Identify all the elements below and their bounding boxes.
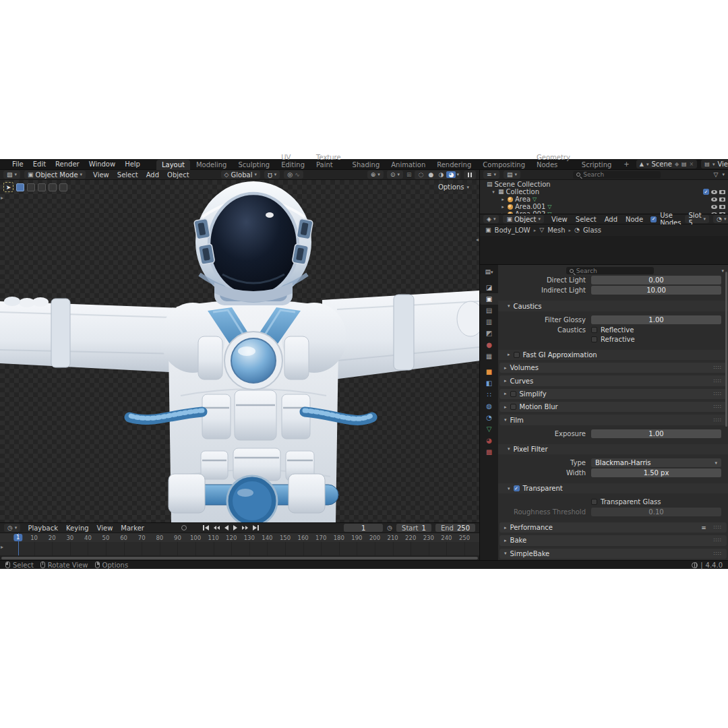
workspace-tab-shading[interactable]: Shading [347,160,386,170]
current-frame-field[interactable]: 1 [344,524,383,532]
curves-section[interactable]: ▸ Curves ∷∷ [499,375,727,386]
caustics-panel-header[interactable]: ▾ Caustics [498,301,728,311]
frame-start-field[interactable]: Start 1 [396,524,431,532]
shader-canvas[interactable] [480,236,728,264]
tab-view-layer[interactable]: ▥ [480,316,498,328]
shader-menu-node[interactable]: Node [622,216,646,223]
jump-to-start-button[interactable] [203,525,209,530]
timeline-menu-marker[interactable]: Marker [117,524,148,532]
outliner-search[interactable] [573,171,661,179]
reflective-checkbox[interactable] [591,327,597,333]
next-keyframe-button[interactable] [242,526,248,530]
camera-visibility-icon[interactable] [719,205,725,209]
chevron-right-icon[interactable]: ▸ [500,197,506,202]
workspace-tab-uv-editing[interactable]: UV Editing [276,152,310,170]
tab-physics[interactable]: ◍ [480,400,498,412]
workspace-tab-layout[interactable]: Layout [156,160,190,170]
indirect-light-slider[interactable]: 10.00 [591,286,721,295]
workspace-tab-texture-paint[interactable]: Texture Paint [311,152,346,170]
current-frame-badge[interactable]: 1 [13,534,22,541]
outliner-row-scene-collection[interactable]: ▤ Scene Collection [480,181,728,188]
properties-scrollbar[interactable] [725,272,727,427]
tab-constraints[interactable]: ◔ [480,412,498,423]
shading-solid-button[interactable]: ● [426,171,435,178]
workspace-tab-rendering[interactable]: Rendering [431,160,477,170]
auto-keying-button[interactable] [181,525,187,530]
workspace-tab-scripting[interactable]: Scripting [576,160,617,170]
shading-material-button[interactable]: ◑ [436,171,446,178]
transparent-glass-checkbox[interactable] [591,499,597,505]
performance-section[interactable]: ▸ Performance ≡ ∷∷ [499,522,727,533]
tab-material[interactable]: ◕ [480,435,498,446]
breadcrumb-object[interactable]: Body_LOW [495,226,530,234]
viewport-editor-type-button[interactable]: ▧ ▾ [3,171,20,179]
scene-selector[interactable]: ▲ ▾ Scene ◆ ▤ × [636,160,698,169]
jump-to-end-button[interactable] [253,525,259,530]
pixel-filter-type-dropdown[interactable]: Blackman-Harris ▾ [591,458,721,467]
volumes-section[interactable]: ▸ Volumes ∷∷ [499,363,727,373]
stopwatch-icon[interactable]: ◷ [387,525,392,531]
outliner-row-area[interactable]: ▸ Area ▽ [480,195,728,203]
viewport-canvas[interactable]: ➤ Options ▾ ▸ ◂ [0,180,479,522]
eye-icon[interactable] [711,198,717,202]
timeline-editor-type-button[interactable]: ◷ ▾ [4,524,20,532]
play-reverse-button[interactable] [224,525,229,530]
tab-object[interactable]: ■ [480,366,498,377]
timeline-menu-playback[interactable]: Playback [24,524,61,532]
properties-search-input[interactable] [576,268,650,274]
render-pause-button[interactable] [464,171,476,179]
camera-visibility-icon[interactable] [719,190,725,194]
eye-icon[interactable] [711,212,717,214]
tab-scene[interactable]: ◩ [480,328,498,339]
workspace-tab-sculpting[interactable]: Sculpting [233,160,275,170]
tab-tool[interactable]: ◪ [480,282,498,293]
topbar-menu-file[interactable]: File [8,160,28,169]
xray-toggle-icon[interactable]: ⊞ [406,172,412,178]
bake-section[interactable]: ▸ Bake ∷∷ [499,535,727,545]
simplify-checkbox[interactable] [510,391,516,397]
breadcrumb-mesh[interactable]: Mesh [547,226,565,234]
tab-texture[interactable]: ▩ [480,446,498,458]
new-scene-icon[interactable]: ▤ [681,161,687,167]
toolbar-expand-arrow[interactable]: ▸ [1,195,3,201]
filter-glossy-slider[interactable]: 1.00 [591,315,721,324]
workspace-tab-modeling[interactable]: Modeling [191,160,233,170]
shading-wireframe-button[interactable]: ◌ [416,171,425,178]
timeline-track[interactable] [0,542,479,555]
camera-visibility-icon[interactable] [719,212,725,214]
overlays-toggle[interactable]: ⊙ ▾ [387,171,403,179]
topbar-menu-window[interactable]: Window [85,160,119,169]
viewport-menu-add[interactable]: Add [143,171,162,179]
frame-end-field[interactable]: End 250 [435,524,475,532]
fast-gi-checkbox[interactable] [514,352,520,358]
refractive-toggle[interactable]: Refractive [591,336,635,343]
transparent-checkbox[interactable]: ✓ [514,485,520,491]
viewport-menu-view[interactable]: View [90,171,113,179]
tab-object-data[interactable]: ▽ [480,423,498,435]
motion-blur-section[interactable]: ▸ Motion Blur ∷∷ [499,402,727,412]
filter-icon[interactable]: ▽ [714,172,719,178]
shader-menu-view[interactable]: View [548,216,571,223]
workspace-tab-geometry-nodes[interactable]: Geometry Nodes [531,152,576,170]
topbar-menu-render[interactable]: Render [51,160,84,169]
eye-icon[interactable] [711,190,717,194]
transparent-panel-header[interactable]: ▾ ✓ Transparent [498,483,728,493]
timeline-scrollbar[interactable] [0,555,479,560]
orientation-selector[interactable]: ◇ Global ▾ [221,171,260,179]
timeline-menu-view[interactable]: View [94,524,117,532]
direct-light-slider[interactable]: 0.00 [591,276,721,284]
simplebake-section[interactable]: ▾ SimpleBake ∷∷ [499,549,727,559]
snap-toggle[interactable]: Ω ▾ [264,171,280,179]
proportional-editing-toggle[interactable]: ◎ ∿ [284,171,303,179]
outliner-editor-type-button[interactable]: ≡ ▾ [483,171,499,179]
timeline-ruler[interactable]: 1020304050607080901001101201301401501601… [0,533,479,542]
timeline-body[interactable]: 1020304050607080901001101201301401501601… [0,533,479,560]
tab-collection[interactable]: ▦ [480,351,498,362]
workspace-tab-compositing[interactable]: Compositing [477,160,530,170]
width-slider[interactable]: 1.50 px [591,468,721,477]
shader-editor-type-button[interactable]: ◈ ▾ [483,215,499,223]
motion-blur-checkbox[interactable] [510,404,516,410]
outliner-search-input[interactable] [583,171,657,178]
network-icon[interactable] [692,562,698,568]
material-browse-button[interactable]: ◔ ▾ [713,215,728,223]
